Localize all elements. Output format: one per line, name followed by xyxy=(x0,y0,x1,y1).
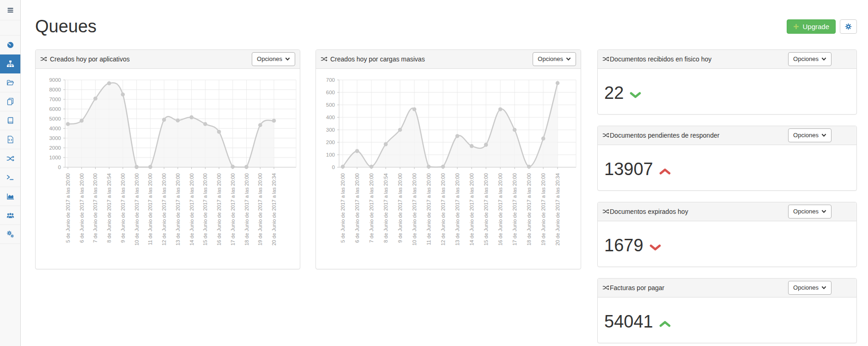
stat-value: 13907 xyxy=(604,160,653,178)
options-select[interactable]: Opciones xyxy=(788,52,832,66)
stat-card-body: 13907 xyxy=(598,145,856,191)
copy-icon xyxy=(6,98,14,105)
options-label: Opciones xyxy=(538,55,563,62)
svg-text:5000: 5000 xyxy=(49,116,61,121)
chevron-down-icon xyxy=(821,210,826,213)
svg-text:19 de Junio de 2017 a las 20:0: 19 de Junio de 2017 a las 20:00 xyxy=(257,173,263,246)
chart-card-header: Creados hoy por cargas masivasOpciones xyxy=(316,50,581,69)
svg-text:100: 100 xyxy=(326,152,335,158)
chart-card-creados-cargas-masivas: Creados hoy por cargas masivasOpciones01… xyxy=(316,49,581,269)
svg-text:0: 0 xyxy=(58,164,61,170)
svg-text:0: 0 xyxy=(332,164,335,170)
sidebar-item-sitemap[interactable] xyxy=(0,55,20,73)
bars-icon xyxy=(6,6,14,14)
svg-text:10 de Junio de 2017 a las 20:0: 10 de Junio de 2017 a las 20:00 xyxy=(134,173,140,246)
svg-text:14 de Junio de 2017 a las 20:0: 14 de Junio de 2017 a las 20:00 xyxy=(189,173,194,246)
chevron-down-icon xyxy=(821,57,826,61)
svg-text:15 de Junio de 2017 a las 20:0: 15 de Junio de 2017 a las 20:00 xyxy=(202,173,208,246)
stat-value: 1679 xyxy=(604,237,643,254)
settings-button[interactable] xyxy=(840,19,857,34)
trend-down-icon xyxy=(649,244,661,251)
header-actions: Upgrade xyxy=(787,19,857,34)
svg-text:15 de Junio de 2017 a las 20:0: 15 de Junio de 2017 a las 20:00 xyxy=(483,173,489,246)
stat-card-header: Documentos recibidos en fisico hoyOpcion… xyxy=(598,50,856,69)
sidebar-item-book[interactable] xyxy=(0,111,20,130)
svg-text:400: 400 xyxy=(326,115,335,120)
sidebar-item-cogs[interactable] xyxy=(0,225,20,244)
shuffle-icon xyxy=(321,56,328,62)
stat-value: 54041 xyxy=(604,313,653,330)
sidebar xyxy=(0,0,21,346)
plus-icon xyxy=(793,24,799,30)
sidebar-item-shuffle[interactable] xyxy=(0,149,20,168)
stat-title-text: Documentos recibidos en fisico hoy xyxy=(610,55,711,63)
dashboard-icon xyxy=(6,41,14,49)
chart-card-creados-aplicativos: Creados hoy por aplicativosOpciones01000… xyxy=(35,49,300,269)
page-header: Queues Upgrade xyxy=(35,17,857,37)
svg-text:20 de Junio de 2017 a las 20:3: 20 de Junio de 2017 a las 20:34 xyxy=(271,173,277,246)
options-label: Opciones xyxy=(257,55,282,62)
sidebar-item-terminal[interactable] xyxy=(0,168,20,187)
stat-value: 22 xyxy=(604,84,624,102)
users-icon xyxy=(6,212,14,219)
stat-card-title: Documentos pendientes de responder xyxy=(602,132,719,139)
svg-text:700: 700 xyxy=(326,77,335,83)
stat-card-0: Documentos recibidos en fisico hoyOpcion… xyxy=(597,49,857,115)
svg-text:10 de Junio de 2017 a las 20:0: 10 de Junio de 2017 a las 20:00 xyxy=(412,173,417,246)
chart-canvas: 01000200030004000500060007000800090005 d… xyxy=(36,69,300,269)
sidebar-nav xyxy=(0,0,20,244)
gear-icon xyxy=(845,23,852,30)
chevron-down-icon xyxy=(821,286,826,289)
stat-card-body: 1679 xyxy=(598,221,856,267)
svg-text:8 de Junio de 2017 a las 20:54: 8 de Junio de 2017 a las 20:54 xyxy=(106,173,112,243)
options-select[interactable]: Opciones xyxy=(252,52,295,66)
upgrade-button[interactable]: Upgrade xyxy=(787,19,836,34)
svg-text:17 de Junio de 2017 a las 20:0: 17 de Junio de 2017 a las 20:00 xyxy=(230,173,236,246)
chart-card-header: Creados hoy por aplicativosOpciones xyxy=(36,50,300,69)
area-chart-icon xyxy=(6,193,14,200)
options-select[interactable]: Opciones xyxy=(788,128,832,142)
trend-up-icon xyxy=(659,320,671,328)
shuffle-icon xyxy=(602,208,609,214)
sidebar-item-copy[interactable] xyxy=(0,92,20,111)
stat-card-body: 54041 xyxy=(598,297,856,343)
stat-card-1: Documentos pendientes de responderOpcion… xyxy=(597,126,857,191)
sidebar-item-area-chart[interactable] xyxy=(0,187,20,206)
sidebar-item-users[interactable] xyxy=(0,206,20,225)
stat-title-text: Documentos pendientes de responder xyxy=(610,132,719,139)
options-label: Opciones xyxy=(793,55,819,62)
svg-text:6000: 6000 xyxy=(49,106,61,112)
sidebar-item-folder-open[interactable] xyxy=(0,73,20,92)
book-icon xyxy=(6,117,14,124)
upgrade-button-label: Upgrade xyxy=(802,23,829,30)
svg-text:3000: 3000 xyxy=(49,135,61,141)
svg-text:5 de Junio de 2017 a las 20:00: 5 de Junio de 2017 a las 20:00 xyxy=(340,173,346,243)
stat-card-3: Facturas por pagarOpciones54041 xyxy=(597,278,857,343)
svg-text:600: 600 xyxy=(326,90,335,95)
svg-text:11 de Junio de 2017 a las 20:0: 11 de Junio de 2017 a las 20:00 xyxy=(426,173,431,245)
svg-text:12 de Junio de 2017 a las 20:0: 12 de Junio de 2017 a las 20:00 xyxy=(440,173,446,246)
chart-card-title: Creados hoy por aplicativos xyxy=(40,55,130,63)
svg-text:13 de Junio de 2017 a las 20:0: 13 de Junio de 2017 a las 20:00 xyxy=(455,173,460,246)
stat-cards-column: Documentos recibidos en fisico hoyOpcion… xyxy=(597,49,857,346)
svg-text:11 de Junio de 2017 a las 20:0: 11 de Junio de 2017 a las 20:00 xyxy=(147,173,153,245)
options-select[interactable]: Opciones xyxy=(788,205,832,219)
svg-text:16 de Junio de 2017 a las 20:0: 16 de Junio de 2017 a las 20:00 xyxy=(498,173,503,246)
terminal-icon xyxy=(6,174,14,181)
svg-text:18 de Junio de 2017 a las 20:0: 18 de Junio de 2017 a las 20:00 xyxy=(244,173,249,246)
trend-up-icon xyxy=(659,168,671,175)
svg-text:2000: 2000 xyxy=(49,145,61,151)
svg-text:12 de Junio de 2017 a las 20:0: 12 de Junio de 2017 a las 20:00 xyxy=(161,173,167,246)
options-select[interactable]: Opciones xyxy=(788,281,832,295)
options-label: Opciones xyxy=(793,208,819,215)
svg-text:5 de Junio de 2017 a las 20:00: 5 de Junio de 2017 a las 20:00 xyxy=(65,173,71,243)
stat-title-text: Facturas por pagar xyxy=(610,284,664,291)
chart-title-text: Creados hoy por aplicativos xyxy=(50,55,130,63)
sidebar-item-dashboard[interactable] xyxy=(0,36,20,55)
options-select[interactable]: Opciones xyxy=(533,52,576,66)
trend-down-icon xyxy=(630,91,641,99)
sidebar-item-file-code[interactable] xyxy=(0,130,20,149)
svg-text:20 de Junio de 2017 a las 20:3: 20 de Junio de 2017 a las 20:34 xyxy=(555,173,560,246)
sidebar-item-bars[interactable] xyxy=(0,0,20,20)
options-label: Opciones xyxy=(793,132,819,139)
